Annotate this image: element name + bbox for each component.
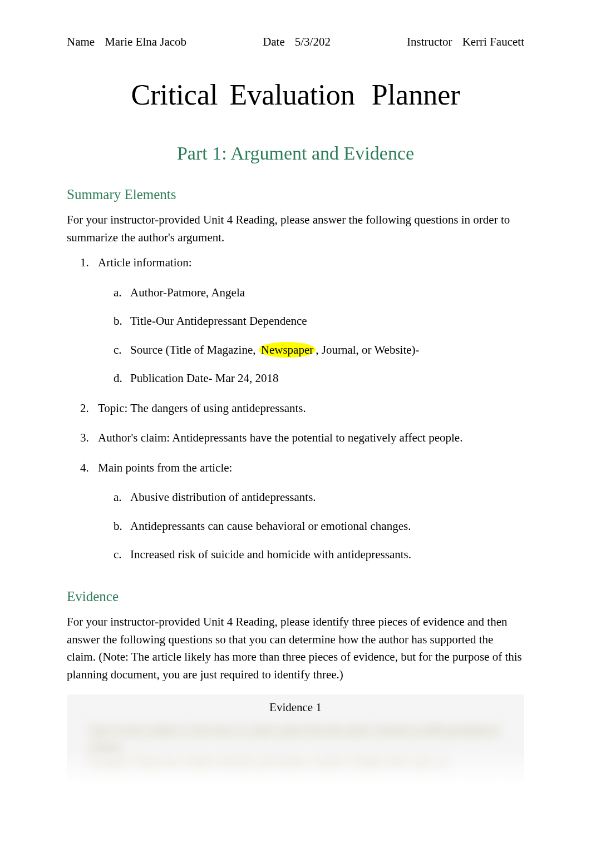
date-field: Date 5/3/202 <box>263 33 331 51</box>
pubdate-value: ar 24, 2018 <box>225 371 278 385</box>
subitem-source: Source (Title of Magazine, Newspaper, Jo… <box>114 341 524 359</box>
topic-value: The dangers of using antidepressants. <box>130 401 306 415</box>
part-title: Part 1: Argument and Evidence <box>67 139 524 167</box>
article-info-label: Article information: <box>98 256 192 269</box>
evidence-heading: Evidence <box>67 586 524 607</box>
instructor-field: Instructor Kerri Faucett <box>407 33 524 51</box>
blurred-line-1: Type out the evidence in the form of a d… <box>89 722 502 756</box>
item-claim: Author's claim: Antidepressants have the… <box>80 429 524 447</box>
article-info-sublist: Author-Patmore, Angela Title-Our Antidep… <box>98 284 524 388</box>
evidence-box-title: Evidence 1 <box>78 699 513 717</box>
source-after: , Journal, or Website)- <box>316 343 419 356</box>
blurred-line-2: Example: "Quote the evidence directly an… <box>89 756 502 772</box>
claim-value: Antidepressants have the potential to ne… <box>172 431 462 444</box>
point-a-text: Abusive distribution of antidepressants. <box>130 490 316 504</box>
title-label: Title- <box>130 314 156 328</box>
evidence-box-1: Evidence 1 Type out the evidence in the … <box>67 695 524 783</box>
name-label: Name <box>67 33 95 51</box>
subitem-title: Title-Our Antidepressant Dependence <box>114 313 524 330</box>
title-part-1: Critical Evaluation <box>131 79 354 111</box>
subitem-pubdate: Publication Date- Mar 24, 2018 <box>114 370 524 388</box>
item-mainpoints: Main points from the article: Abusive di… <box>80 459 524 564</box>
name-field: Name Marie Elna Jacob <box>67 33 186 51</box>
subitem-author: Author-Patmore, Angela <box>114 284 524 302</box>
point-b: Antidepressants can cause behavioral or … <box>114 518 524 535</box>
date-label: Date <box>263 33 285 51</box>
blurred-content: Type out the evidence in the form of a d… <box>78 722 513 778</box>
title-part-2: Planner <box>372 79 460 111</box>
summary-list: Article information: Author-Patmore, Ang… <box>67 254 524 564</box>
point-c-text: Increased risk of suicide and homicide w… <box>130 548 411 561</box>
document-title: Critical EvaluationPlanner <box>67 73 524 117</box>
evidence-intro: For your instructor-provided Unit 4 Read… <box>67 613 524 683</box>
item-article-info: Article information: Author-Patmore, Ang… <box>80 254 524 388</box>
instructor-label: Instructor <box>407 33 452 51</box>
date-value: 5/3/202 <box>295 33 331 51</box>
topic-label: Topic: <box>98 401 130 415</box>
item-topic: Topic: The dangers of using antidepressa… <box>80 400 524 418</box>
author-value: Patmore, Angela <box>167 286 245 299</box>
instructor-value: Kerri Faucett <box>462 33 524 51</box>
point-c: Increased risk of suicide and homicide w… <box>114 546 524 564</box>
mainpoints-sublist: Abusive distribution of antidepressants.… <box>98 489 524 564</box>
name-value: Marie Elna Jacob <box>105 33 186 51</box>
pubdate-label: Publication Date- M <box>130 371 225 385</box>
mainpoints-label: Main points from the article: <box>98 461 232 474</box>
document-header: Name Marie Elna Jacob Date 5/3/202 Instr… <box>67 33 524 51</box>
evidence-section: Evidence For your instructor-provided Un… <box>67 586 524 783</box>
summary-heading: Summary Elements <box>67 184 524 205</box>
source-before: Source (Title of Magazine, <box>130 343 259 356</box>
point-b-text: Antidepressants can cause behavioral or … <box>130 519 411 533</box>
title-value: Our Antidepressant Dependence <box>156 314 307 328</box>
source-highlight: Newspaper <box>259 342 316 358</box>
summary-intro: For your instructor-provided Unit 4 Read… <box>67 211 524 246</box>
point-a: Abusive distribution of antidepressants. <box>114 489 524 507</box>
claim-label: Author's claim: <box>98 431 172 444</box>
author-label: Author- <box>130 286 167 299</box>
